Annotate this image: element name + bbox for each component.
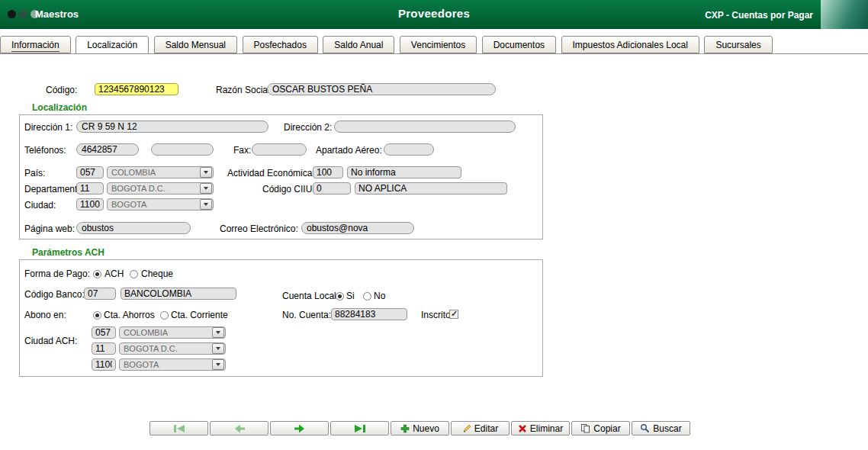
nav-next-button[interactable] (270, 421, 329, 436)
ciudad-ach-ciudad-combobox[interactable]: BOGOTA (119, 358, 226, 371)
actividad-name-input[interactable] (347, 166, 461, 178)
correo-electronico-input[interactable] (301, 222, 414, 234)
tab-bar: Información Localización Saldo Mensual P… (0, 36, 774, 55)
ciudad-label: Ciudad: (24, 200, 56, 211)
codigo-input[interactable] (95, 83, 178, 95)
ciiu-name-input[interactable] (355, 182, 507, 194)
nav-previous-button[interactable] (210, 421, 268, 436)
banco-code-input[interactable] (84, 288, 116, 300)
buscar-button-label: Buscar (653, 423, 681, 434)
ciudad-ach-pais-combobox[interactable]: COLOMBIA (119, 326, 226, 339)
nuevo-button[interactable]: Nuevo (391, 421, 449, 436)
abono-ahorros-option-label[interactable]: Cta. Ahorros (104, 310, 155, 320)
tab-sucursales[interactable]: Sucursales (704, 36, 772, 53)
eliminar-button[interactable]: Eliminar (511, 421, 570, 436)
tab-localizacion[interactable]: Localización (76, 36, 149, 54)
ciudad-ach-departamento-code-input[interactable] (92, 342, 116, 355)
tab-vencimientos[interactable]: Vencimientos (400, 36, 477, 53)
abono-corriente-option-label[interactable]: Cta. Corriente (171, 310, 228, 320)
ciudad-ach-pais-code-input[interactable] (92, 326, 116, 339)
cuenta-local-si-radio[interactable] (336, 292, 344, 301)
ciudad-ach-departamento-combobox[interactable]: BOGOTA D.C. (119, 342, 226, 355)
chevron-down-icon[interactable] (212, 359, 224, 370)
cuenta-local-si-option-label[interactable]: Si (346, 291, 355, 301)
chevron-down-icon[interactable] (212, 343, 224, 354)
tab-saldo-anual[interactable]: Saldo Anual (323, 36, 394, 53)
apartado-aereo-label: Apartado Aéreo: (316, 145, 382, 156)
razon-social-label: Razón Social: (216, 85, 272, 95)
pais-label: País: (24, 168, 45, 178)
copiar-button[interactable]: Copiar (571, 421, 630, 436)
localizacion-section-title: Localización (32, 102, 87, 113)
apartado-aereo-input[interactable] (384, 143, 434, 156)
ciudad-ach-ciudad-code-input[interactable] (92, 358, 116, 371)
inscrito-label: Inscrito: (421, 310, 453, 320)
copy-icon (580, 423, 590, 433)
cuenta-local-no-radio[interactable] (363, 292, 371, 301)
nav-next-icon (293, 424, 307, 433)
pagina-web-input[interactable] (76, 222, 191, 234)
ciudad-code-input[interactable] (76, 198, 104, 211)
tab-informacion[interactable]: Información (0, 36, 71, 53)
module-title: CXP - Cuentas por Pagar (705, 10, 813, 21)
eliminar-button-label: Eliminar (530, 423, 563, 434)
abono-corriente-radio[interactable] (160, 311, 169, 320)
title-bar: Maestros Proveedores CXP - Cuentas por P… (0, 0, 868, 29)
direccion1-input[interactable] (76, 121, 268, 133)
chevron-down-icon[interactable] (200, 167, 212, 178)
forma-pago-ach-radio[interactable] (93, 270, 101, 278)
nav-first-button[interactable] (149, 421, 208, 436)
header-decoration-image (821, 0, 868, 29)
forma-pago-label: Forma de Pago: (24, 268, 90, 279)
ciudad-combobox[interactable]: BOGOTA (107, 198, 214, 211)
editar-button[interactable]: Editar (451, 421, 510, 436)
nuevo-button-label: Nuevo (413, 423, 439, 434)
nav-previous-icon (233, 424, 246, 433)
cuenta-local-no-option-label[interactable]: No (374, 291, 385, 301)
telefono1-input[interactable] (76, 143, 139, 156)
copiar-button-label: Copiar (593, 423, 620, 434)
chevron-down-icon[interactable] (200, 199, 212, 210)
pagina-web-label: Página web: (24, 223, 75, 234)
forma-pago-ach-option-label[interactable]: ACH (104, 268, 124, 279)
nav-last-icon (353, 424, 367, 433)
x-icon (518, 424, 527, 433)
pais-code-input[interactable] (76, 166, 104, 178)
actividad-code-input[interactable] (313, 166, 343, 178)
cuenta-local-label: Cuenta Local: (282, 291, 339, 301)
chevron-down-icon[interactable] (212, 327, 224, 338)
pais-combobox[interactable]: COLOMBIA (107, 166, 214, 178)
nav-last-button[interactable] (330, 421, 389, 436)
codigo-ciiu-label: Código CIIU: (262, 184, 315, 194)
ciiu-code-input[interactable] (313, 182, 351, 194)
departamento-code-input[interactable] (76, 182, 104, 194)
parametros-ach-section-title: Parámetros ACH (32, 247, 104, 258)
banco-name-input[interactable] (121, 288, 236, 300)
no-cuenta-input[interactable] (331, 308, 407, 320)
correo-electronico-label: Correo Electrónico: (220, 223, 298, 234)
direccion2-label: Dirección 2: (284, 122, 332, 133)
abono-ahorros-radio[interactable] (93, 311, 101, 320)
chevron-down-icon[interactable] (200, 183, 212, 194)
nav-first-icon (172, 424, 186, 433)
razon-social-input[interactable] (267, 83, 496, 95)
fax-input[interactable] (252, 143, 307, 156)
inscrito-checkbox[interactable] (449, 310, 458, 319)
actividad-economica-label: Actividad Económica: (227, 168, 315, 178)
buscar-button[interactable]: Buscar (632, 421, 690, 436)
tab-documentos[interactable]: Documentos (482, 36, 556, 53)
tab-saldo-mensual[interactable]: Saldo Mensual (154, 36, 237, 53)
ciudad-ach-label: Ciudad ACH: (24, 336, 77, 346)
magnifier-icon (640, 423, 650, 433)
forma-pago-cheque-radio[interactable] (130, 270, 138, 278)
tab-posfechados[interactable]: Posfechados (243, 36, 318, 53)
direccion2-input[interactable] (334, 121, 516, 133)
departamento-combobox[interactable]: BOGOTA D.C. (107, 182, 214, 194)
forma-pago-cheque-option-label[interactable]: Cheque (141, 268, 173, 279)
telefono2-input[interactable] (151, 143, 214, 156)
tab-impuestos-adicionales[interactable]: Impuestos Adicionales Local (561, 36, 699, 53)
pencil-icon (462, 424, 471, 433)
telefonos-label: Teléfonos: (24, 145, 66, 156)
codigo-label: Código: (46, 85, 77, 95)
abono-en-label: Abono en: (24, 310, 66, 320)
